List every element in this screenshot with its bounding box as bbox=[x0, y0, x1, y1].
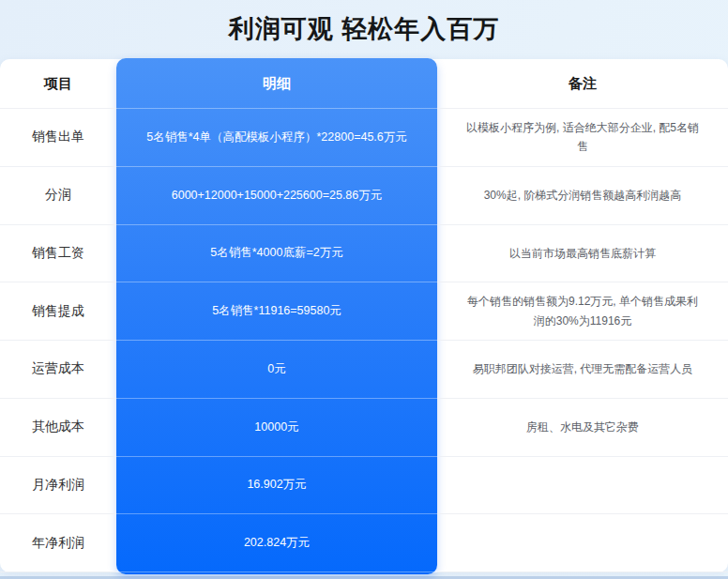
row-detail-value: 6000+12000+15000+225600=25.86万元 bbox=[116, 167, 437, 225]
page-title: 利润可观 轻松年入百万 bbox=[0, 0, 728, 58]
row-item-label: 销售工资 bbox=[0, 225, 116, 283]
row-note-text bbox=[437, 514, 728, 572]
row-note-text: 以当前市场最高销售底薪计算 bbox=[437, 225, 728, 283]
row-item-label: 销售提成 bbox=[0, 282, 116, 341]
row-detail-value: 202.824万元 bbox=[116, 514, 437, 572]
row-item-label: 分润 bbox=[0, 167, 116, 225]
row-item-label: 运营成本 bbox=[0, 341, 116, 399]
column-header-item: 项目 bbox=[0, 59, 116, 109]
column-header-note: 备注 bbox=[437, 59, 728, 109]
row-note-text: 30%起, 阶梯式分润销售额越高利润越高 bbox=[437, 167, 728, 225]
row-note-text: 易职邦团队对接运营, 代理无需配备运营人员 bbox=[437, 341, 728, 399]
row-detail-value: 5名销售*11916=59580元 bbox=[116, 282, 437, 341]
row-item-label: 销售出单 bbox=[0, 109, 116, 167]
row-note-text: 每个销售的销售额为9.12万元, 单个销售成果利润的30%为11916元 bbox=[437, 282, 728, 341]
row-note-text bbox=[437, 457, 728, 515]
row-note-text: 房租、水电及其它杂费 bbox=[437, 399, 728, 457]
column-header-detail: 明细 bbox=[116, 59, 437, 109]
row-detail-value: 16.902万元 bbox=[116, 457, 437, 515]
row-note-text: 以模板小程序为例, 适合绝大部分企业, 配5名销售 bbox=[437, 109, 728, 167]
row-item-label: 其他成本 bbox=[0, 399, 116, 457]
profit-table: 项目 明细 备注 销售出单 5名销售*4单（高配模板小程序）*22800=45.… bbox=[0, 59, 728, 572]
row-detail-value: 5名销售*4000底薪=2万元 bbox=[116, 225, 437, 283]
row-detail-value: 10000元 bbox=[116, 399, 437, 457]
row-detail-value: 5名销售*4单（高配模板小程序）*22800=45.6万元 bbox=[116, 109, 437, 167]
row-detail-value: 0元 bbox=[116, 341, 437, 399]
row-item-label: 年净利润 bbox=[0, 514, 116, 572]
row-item-label: 月净利润 bbox=[0, 457, 116, 515]
